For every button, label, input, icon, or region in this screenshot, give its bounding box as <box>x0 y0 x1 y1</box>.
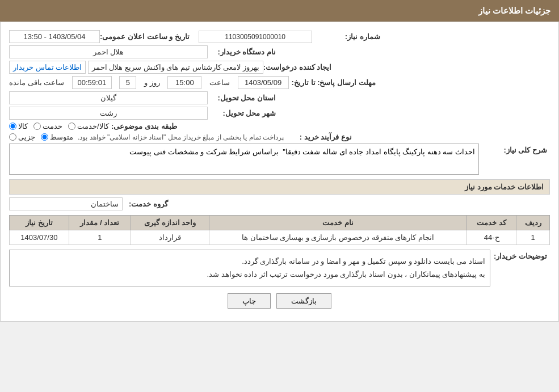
col-kodKhadamat: کد خدمت <box>466 216 516 230</box>
row-ostan: استان محل تحویل: گیلان <box>9 91 550 104</box>
shomareNiaz-label: شماره نیاز: <box>312 32 380 41</box>
noeFarayand-option-motavaset: متوسط <box>41 133 73 141</box>
buttons-row: بازگشت چاپ <box>9 293 550 309</box>
mohlatErsal-time: 15:00 <box>167 76 201 89</box>
tabaqe-option-kalaKhadamat-label: کالا/خدمت <box>77 122 109 130</box>
ijadKonande-value: بهروز لامعی کارشناس تیم های واکنش سریع ه… <box>88 61 263 74</box>
namDastgah-label: نام دستگاه خریدار: <box>208 48 276 56</box>
mohlatErsal-date: 1403/05/09 <box>238 76 289 89</box>
mohlatErsal-baqi-label: ساعت باقی مانده <box>9 78 64 87</box>
row-mohlatErsal: مهلت ارسال پاسخ: تا تاریخ: 1403/05/09 سا… <box>9 76 550 89</box>
tabaqe-radio-kala[interactable] <box>9 123 16 130</box>
mohlatErsal-label: مهلت ارسال پاسخ: تا تاریخ: <box>292 78 376 87</box>
khadamat-table-section: ردیف کد خدمت نام خدمت واحد اندازه گیری ت… <box>9 215 550 245</box>
mohlatErsal-roz-label: روز و <box>144 78 160 87</box>
page-title: جزئیات اطلاعات نیاز <box>478 6 550 15</box>
table-header-row: ردیف کد خدمت نام خدمت واحد اندازه گیری ت… <box>10 216 550 230</box>
cell-kodKhadamat: ح-44 <box>466 230 516 245</box>
tabaqe-option-khadamat: خدمت <box>33 122 62 130</box>
col-radif: ردیف <box>516 216 550 230</box>
tazihaat-value: اسناد می بایست دانلود و سپس تکمیل و مهر … <box>9 250 490 286</box>
noeFarayand-option-jozii-label: جزیی <box>18 133 35 141</box>
noeFarayand-radio-motavaset[interactable] <box>41 133 48 141</box>
ostan-value: گیلان <box>9 91 208 104</box>
tabaqe-radio-group: کالا/خدمت خدمت کالا <box>9 122 109 130</box>
col-tarikh: تاریخ نیاز <box>10 216 69 230</box>
tarikh-label: تاریخ و ساعت اعلان عمومی: <box>100 32 190 41</box>
noeFarayand-label: نوع فرآیند خرید : <box>284 133 352 141</box>
tazihaat-line2: به پیشنهادهای پیمانکاران ، بدون اسناد با… <box>14 268 485 281</box>
noeFarayand-option-jozii: جزیی <box>9 133 35 141</box>
row-tabaqe: طبقه بندی موضوعی: کالا/خدمت خدمت کالا <box>9 122 550 130</box>
page-wrapper: جزئیات اطلاعات نیاز شماره نیاز: 11030050… <box>0 0 559 322</box>
namDastgah-value: هلال احمر <box>9 45 208 58</box>
row-ijadKonande: ایجاد کننده درخواست: بهروز لامعی کارشناس… <box>9 61 550 74</box>
row-shomareNiaz: شماره نیاز: 1103005091000010 تاریخ و ساع… <box>9 30 550 43</box>
khadamat-section-title: اطلاعات خدمات مورد نیاز <box>9 179 550 195</box>
shahr-value: رشت <box>9 107 208 120</box>
chap-button[interactable]: چاپ <box>228 293 271 309</box>
col-tedad: تعداد / مقدار <box>69 216 131 230</box>
ijadKonande-label: ایجاد کننده درخواست: <box>263 63 332 71</box>
cell-radif: 1 <box>516 230 550 245</box>
noeFarayand-radio-jozii[interactable] <box>9 133 16 141</box>
tabaqe-radio-kalaKhadamat[interactable] <box>68 123 75 130</box>
khadamat-table: ردیف کد خدمت نام خدمت واحد اندازه گیری ت… <box>9 215 550 245</box>
mohlatErsal-baqi: 00:59:01 <box>72 76 112 89</box>
groheKhadamat-label: گروه خدمت: <box>123 200 168 208</box>
tabaqe-option-khadamat-label: خدمت <box>43 122 62 130</box>
tazihaat-box: اسناد می بایست دانلود و سپس تکمیل و مهر … <box>9 250 490 286</box>
noeFarayand-radio-group: متوسط جزیی <box>9 133 73 141</box>
shomareNiaz-value: 1103005091000010 <box>199 31 312 43</box>
shahr-label: شهر محل تحویل: <box>208 109 276 117</box>
tarikh-value: 1403/05/04 - 13:50 <box>9 30 100 43</box>
cell-tedad: 1 <box>69 230 131 245</box>
tabaqe-option-kala-label: کالا <box>18 122 28 130</box>
tabaqe-label: طبقه بندی موضوعی: <box>109 122 177 130</box>
ijadKonande-link[interactable]: اطلاعات تماس خریدار <box>9 61 86 74</box>
row-groheKhadamat: گروه خدمت: ساختمان <box>9 197 550 210</box>
content-area: شماره نیاز: 1103005091000010 تاریخ و ساع… <box>0 22 559 322</box>
groheKhadamat-value: ساختمان <box>9 197 123 210</box>
table-row: 1 ح-44 انجام کارهای متفرقه درخصوص بازساز… <box>10 230 550 245</box>
noeFarayand-desc: پرداخت تمام یا بخشی از مبلغ خریداز محل "… <box>78 133 284 141</box>
tabaqe-option-kala: کالا <box>9 122 28 130</box>
page-header: جزئیات اطلاعات نیاز <box>0 0 559 22</box>
sharh-value[interactable] <box>9 144 479 175</box>
cell-namKhadamat: انجام کارهای متفرقه درخصوص بازسازی و بهس… <box>209 230 467 245</box>
tazihaat-line1: اسناد می بایست دانلود و سپس تکمیل و مهر … <box>14 255 485 268</box>
row-namDastgah: نام دستگاه خریدار: هلال احمر <box>9 45 550 58</box>
tabaqe-option-kalaKhadamat: کالا/خدمت <box>68 122 109 130</box>
bazgasht-button[interactable]: بازگشت <box>276 293 331 309</box>
sharh-label: شرح کلی نیاز: <box>479 144 547 154</box>
row-shahr: شهر محل تحویل: رشت <box>9 107 550 120</box>
mohlatErsal-roz: 5 <box>119 76 136 89</box>
col-namKhadamat: نام خدمت <box>209 216 467 230</box>
cell-tarikh: 1403/07/30 <box>10 230 69 245</box>
row-sharh: شرح کلی نیاز: <box>9 144 550 175</box>
ostan-label: استان محل تحویل: <box>208 94 276 102</box>
tazihaat-label: توضیحات خریدار: <box>490 250 547 260</box>
row-tazihaat: توضیحات خریدار: اسناد می بایست دانلود و … <box>9 250 550 286</box>
noeFarayand-option-motavaset-label: متوسط <box>50 133 73 141</box>
mohlatErsal-time-label: ساعت <box>209 78 230 87</box>
col-vahed: واحد اندازه گیری <box>131 216 209 230</box>
row-noeFarayand: نوع فرآیند خرید : متوسط جزیی پرداخت تمام… <box>9 133 550 141</box>
tabaqe-radio-khadamat[interactable] <box>33 123 41 130</box>
cell-vahed: قرارداد <box>131 230 209 245</box>
